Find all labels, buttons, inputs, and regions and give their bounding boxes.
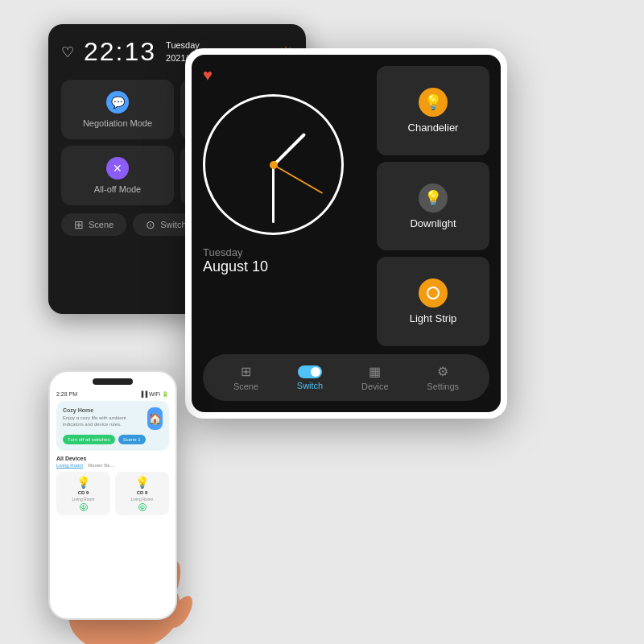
cd9-room: Living Room [72, 497, 95, 502]
cd9-power-btn[interactable]: ⏻ [80, 503, 88, 511]
device-nav-icon: ▦ [369, 364, 381, 379]
clock-section: ♥ Tuesday August 10 [203, 66, 367, 346]
cd8-name: CD 8 [137, 490, 148, 495]
front-main-area: ♥ Tuesday August 10 💡 Chandelier [203, 66, 489, 346]
phone-room-tabs: Living Room Master Be... [56, 463, 169, 469]
phone-notch [93, 378, 133, 385]
device-cd8[interactable]: 💡 CD 8 Living Room ⏻ [115, 472, 169, 515]
all-devices-title: All Devices [56, 456, 169, 461]
front-tablet-inner: ♥ Tuesday August 10 💡 Chandelier [192, 55, 501, 412]
chandelier-btn[interactable]: 💡 Chandelier [377, 66, 489, 155]
back-scene-tab[interactable]: ⊞ Scene [61, 213, 126, 236]
phone-signal-icons: ▐▐ WiFi 🔋 [139, 391, 169, 398]
phone-home-title: Cozy Home [63, 407, 147, 413]
front-heart-icon: ♥ [203, 66, 367, 85]
all-off-label: All-off Mode [94, 184, 142, 194]
settings-nav-item[interactable]: ⚙ Settings [419, 361, 467, 394]
phone-time: 2:28 PM [56, 391, 77, 398]
clock-center-dot [270, 161, 278, 169]
scene-nav-icon: ⊞ [241, 364, 251, 379]
scene-nav-label: Scene [233, 382, 258, 391]
cd8-power-btn[interactable]: ⏻ [138, 503, 147, 511]
device-nav-item[interactable]: ▦ Device [353, 361, 397, 394]
device-cd9[interactable]: 💡 CD 9 Living Room ⏻ [56, 472, 110, 515]
living-room-tab[interactable]: Living Room [56, 463, 83, 469]
downlight-btn[interactable]: 💡 Downlight [377, 162, 489, 251]
cd9-name: CD 9 [78, 490, 89, 495]
phone-devices-list: 💡 CD 9 Living Room ⏻ 💡 CD 8 Living Room … [56, 472, 169, 515]
settings-nav-label: Settings [427, 382, 459, 391]
turn-off-all-btn[interactable]: Turn off all switches [63, 435, 115, 444]
switch-toggle-nav-icon [298, 365, 322, 378]
scene-grid-icon: ⊞ [74, 218, 84, 231]
bottom-navigation: ⊞ Scene Switch ▦ Device ⚙ Settings [203, 354, 489, 401]
switch-toggle-icon: ⊙ [146, 218, 155, 231]
cd8-room: Living Room [131, 497, 154, 502]
chandelier-label: Chandelier [408, 122, 459, 134]
device-nav-label: Device [361, 382, 389, 391]
downlight-label: Downlight [410, 217, 456, 229]
clock-date: Tuesday August 10 [203, 246, 367, 275]
clock-date-full: August 10 [203, 258, 367, 275]
chat-icon: 💬 [106, 91, 129, 114]
chandelier-icon: 💡 [419, 88, 448, 117]
phone-header-desc: Enjoy a cozy life with ambient indicator… [63, 415, 147, 428]
switch-nav-item[interactable]: Switch [289, 362, 331, 394]
cd8-lamp-icon: 💡 [135, 476, 149, 489]
phone-screen: 2:28 PM ▐▐ WiFi 🔋 Cozy Home Enjoy a cozy… [50, 388, 175, 518]
negotiation-mode-btn[interactable]: 💬 Negotiation Mode [61, 80, 174, 139]
light-strip-icon [419, 279, 448, 308]
back-switch-label: Switch [160, 220, 186, 229]
clock-day: Tuesday [203, 246, 367, 258]
x-icon: ✕ [106, 157, 129, 180]
master-bedroom-tab[interactable]: Master Be... [88, 463, 114, 469]
second-hand [273, 164, 323, 194]
negotiation-label: Negotiation Mode [83, 118, 152, 128]
settings-gear-icon: ⚙ [437, 364, 448, 379]
phone-action-buttons: Turn off all switches Scene 1 [63, 435, 163, 444]
downlight-icon: 💡 [419, 184, 448, 213]
light-strip-label: Light Strip [410, 312, 457, 324]
phone-status-bar: 2:28 PM ▐▐ WiFi 🔋 [56, 391, 169, 398]
phone-header-card: Cozy Home Enjoy a cozy life with ambient… [56, 401, 169, 451]
back-scene-label: Scene [89, 220, 114, 229]
svg-point-1 [431, 291, 436, 295]
device-panel: 💡 Chandelier 💡 Downlight Light Strip [377, 66, 489, 346]
scene-1-btn[interactable]: Scene 1 [118, 435, 146, 444]
all-off-mode-btn[interactable]: ✕ All-off Mode [61, 146, 174, 205]
minute-hand [272, 165, 275, 223]
back-time: 22:13 [84, 37, 156, 67]
clock-face [203, 94, 344, 235]
home-illustration-icon: 🏠 [147, 407, 163, 430]
hour-hand [272, 132, 306, 166]
phone: 2:28 PM ▐▐ WiFi 🔋 Cozy Home Enjoy a cozy… [48, 370, 177, 620]
light-strip-btn[interactable]: Light Strip [377, 257, 489, 346]
switch-nav-label: Switch [297, 381, 323, 390]
heart-icon: ♡ [61, 43, 74, 61]
scene-nav-item[interactable]: ⊞ Scene [225, 361, 266, 394]
cd9-lamp-icon: 💡 [76, 476, 90, 489]
front-tablet: ♥ Tuesday August 10 💡 Chandelier [185, 48, 507, 419]
